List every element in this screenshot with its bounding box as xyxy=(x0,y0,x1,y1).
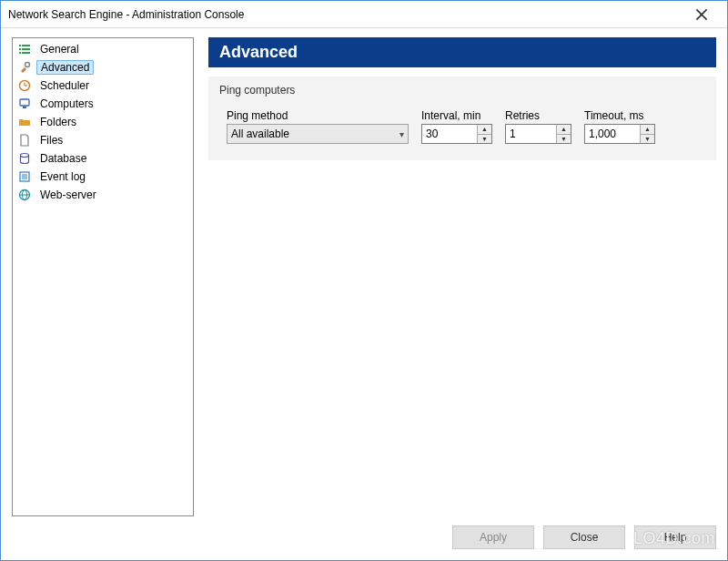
ping-computers-group: Ping computers Ping method All available… xyxy=(208,76,716,160)
sidebar-item-general[interactable]: General xyxy=(13,40,193,58)
file-icon xyxy=(18,134,31,147)
spin-down-icon[interactable]: ▼ xyxy=(478,135,491,144)
sidebar-item-label: Event log xyxy=(36,170,89,183)
retries-input[interactable] xyxy=(506,125,556,143)
svg-rect-5 xyxy=(22,48,30,50)
sidebar-item-label: Folders xyxy=(36,116,80,128)
database-icon xyxy=(18,152,31,165)
svg-point-8 xyxy=(25,63,30,67)
sidebar-item-advanced[interactable]: Advanced xyxy=(13,58,193,76)
svg-point-14 xyxy=(21,154,29,158)
spin-buttons: ▲ ▼ xyxy=(477,125,491,143)
svg-rect-6 xyxy=(19,52,21,54)
sidebar-item-label: Files xyxy=(36,134,66,147)
ping-method-combobox[interactable]: All available ▾ xyxy=(227,124,409,144)
sidebar-item-label: Database xyxy=(36,152,90,165)
timeout-spinbox[interactable]: ▲ ▼ xyxy=(584,124,655,144)
close-button[interactable]: Close xyxy=(543,525,625,549)
svg-rect-7 xyxy=(22,52,30,54)
sidebar-item-folders[interactable]: Folders xyxy=(13,113,193,131)
sidebar-item-label: General xyxy=(36,43,83,56)
svg-rect-13 xyxy=(23,107,26,108)
svg-rect-4 xyxy=(19,48,21,50)
retries-spinbox[interactable]: ▲ ▼ xyxy=(505,124,571,144)
ping-method-field: Ping method All available ▾ xyxy=(227,109,409,144)
tools-icon xyxy=(18,61,31,74)
interval-label: Interval, min xyxy=(421,109,492,122)
interval-spinbox[interactable]: ▲ ▼ xyxy=(421,124,492,144)
sidebar-item-label: Scheduler xyxy=(36,79,93,92)
sidebar-item-database[interactable]: Database xyxy=(13,149,193,168)
sidebar-item-scheduler[interactable]: Scheduler xyxy=(13,76,193,95)
globe-icon xyxy=(18,189,31,201)
chevron-down-icon: ▾ xyxy=(399,129,404,139)
timeout-input[interactable] xyxy=(585,125,640,143)
window-title: Network Search Engine - Administration C… xyxy=(8,8,683,21)
window-close-button[interactable] xyxy=(683,2,720,27)
sidebar-item-eventlog[interactable]: Event log xyxy=(13,168,193,186)
page-title: Advanced xyxy=(208,37,716,67)
spin-down-icon[interactable]: ▼ xyxy=(557,135,571,144)
spin-up-icon[interactable]: ▲ xyxy=(478,125,491,135)
window: Network Search Engine - Administration C… xyxy=(0,0,728,561)
sidebar: General Advanced Scheduler Computers Fol… xyxy=(12,37,194,516)
fields-row: Ping method All available ▾ Interval, mi… xyxy=(219,109,705,144)
list-icon xyxy=(18,43,31,56)
footer: Apply Close Help xyxy=(12,516,716,549)
clock-icon xyxy=(18,79,31,92)
timeout-field: Timeout, ms ▲ ▼ xyxy=(584,109,655,144)
ping-method-label: Ping method xyxy=(227,109,409,122)
body: General Advanced Scheduler Computers Fol… xyxy=(12,37,716,516)
sidebar-item-label: Computers xyxy=(36,97,97,110)
computer-icon xyxy=(18,97,31,110)
sidebar-item-label: Web-server xyxy=(36,189,100,201)
retries-label: Retries xyxy=(505,109,571,122)
sidebar-item-webserver[interactable]: Web-server xyxy=(13,186,193,204)
interval-input[interactable] xyxy=(422,125,477,143)
sidebar-item-label: Advanced xyxy=(36,60,94,75)
help-button[interactable]: Help xyxy=(634,525,716,549)
svg-rect-2 xyxy=(19,45,21,46)
folder-icon xyxy=(18,116,31,128)
main-panel: Advanced Ping computers Ping method All … xyxy=(208,37,716,516)
retries-field: Retries ▲ ▼ xyxy=(505,109,571,144)
client-area: General Advanced Scheduler Computers Fol… xyxy=(1,28,727,560)
interval-field: Interval, min ▲ ▼ xyxy=(421,109,492,144)
svg-rect-12 xyxy=(20,99,29,106)
log-icon xyxy=(18,170,31,183)
sidebar-item-files[interactable]: Files xyxy=(13,131,193,149)
spin-buttons: ▲ ▼ xyxy=(640,125,654,143)
spin-buttons: ▲ ▼ xyxy=(556,125,571,143)
sidebar-item-computers[interactable]: Computers xyxy=(13,95,193,113)
timeout-label: Timeout, ms xyxy=(584,109,655,122)
close-icon xyxy=(695,8,708,21)
svg-rect-3 xyxy=(22,45,30,46)
titlebar: Network Search Engine - Administration C… xyxy=(1,1,727,28)
apply-button[interactable]: Apply xyxy=(452,525,534,549)
spin-down-icon[interactable]: ▼ xyxy=(641,135,654,144)
spin-up-icon[interactable]: ▲ xyxy=(557,125,571,135)
ping-method-value: All available xyxy=(231,128,289,140)
group-title: Ping computers xyxy=(219,84,705,97)
spin-up-icon[interactable]: ▲ xyxy=(641,125,654,135)
